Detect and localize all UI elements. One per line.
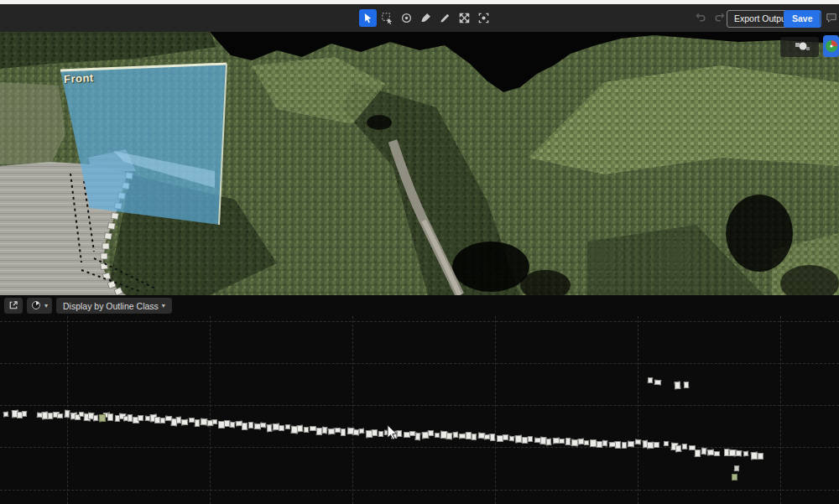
point-cloud-object[interactable] — [378, 431, 383, 437]
mouse-cursor — [387, 424, 398, 444]
redo-button[interactable] — [711, 11, 727, 26]
point-cloud-object[interactable] — [415, 433, 421, 440]
point-cloud-object[interactable] — [546, 439, 552, 445]
point-cloud-object[interactable] — [682, 444, 687, 449]
point-cloud-object[interactable] — [242, 423, 248, 430]
point-cloud-object[interactable] — [359, 429, 364, 434]
point-cloud-object[interactable] — [310, 426, 316, 431]
point-cloud-object[interactable] — [297, 425, 304, 432]
display-class-dropdown[interactable]: Display by Outline Class ▾ — [56, 298, 172, 314]
point-cloud-object[interactable] — [503, 434, 508, 440]
point-cloud-object[interactable] — [285, 424, 290, 429]
point-cloud-object[interactable] — [328, 429, 335, 435]
focus-tool-button[interactable] — [475, 9, 492, 27]
navigation-cube-icon[interactable] — [780, 37, 819, 57]
ring-select-tool-button[interactable] — [398, 9, 415, 27]
point-cloud-object[interactable] — [138, 415, 143, 421]
point-cloud-object[interactable] — [65, 410, 70, 418]
point-cloud-object[interactable] — [590, 439, 597, 447]
undo-button[interactable] — [693, 11, 708, 26]
point-cloud-object[interactable] — [446, 433, 453, 439]
top-toolbar: Export Output Save — [0, 4, 839, 33]
select-tool-button[interactable] — [359, 9, 377, 27]
point-cloud-object[interactable] — [628, 441, 634, 447]
save-button[interactable]: Save — [784, 10, 821, 28]
point-cloud-object[interactable] — [675, 445, 682, 452]
point-cloud-object[interactable] — [734, 465, 739, 471]
point-cloud-object[interactable] — [267, 424, 273, 432]
pencil-tool-button[interactable] — [436, 9, 454, 27]
axis-ball-icon[interactable] — [823, 35, 839, 57]
point-cloud-object[interactable] — [622, 442, 627, 449]
point-cloud-object[interactable] — [472, 434, 477, 440]
chevron-down-icon: ▾ — [162, 302, 165, 309]
point-cloud-object[interactable] — [654, 442, 659, 448]
point-cloud-object[interactable] — [490, 434, 495, 441]
point-cloud-scene — [0, 32, 839, 295]
point-cloud-object[interactable] — [435, 433, 440, 438]
point-cloud-object[interactable] — [372, 429, 378, 436]
point-cloud-object[interactable] — [107, 413, 113, 421]
point-cloud-object[interactable] — [615, 441, 621, 449]
point-cloud-object[interactable] — [751, 452, 758, 460]
point-cloud-object[interactable] — [195, 419, 200, 427]
point-cloud-object[interactable] — [279, 425, 284, 431]
grid-line-horizontal — [0, 405, 839, 406]
point-cloud-object[interactable] — [584, 440, 589, 445]
transform-tool-button[interactable] — [456, 9, 473, 27]
point-cloud-object[interactable] — [260, 423, 266, 428]
point-cloud-object[interactable] — [248, 422, 253, 429]
point-cloud-object[interactable] — [675, 382, 681, 389]
point-cloud-object[interactable] — [664, 441, 669, 446]
point-cloud-object[interactable] — [635, 439, 641, 444]
point-cloud-object[interactable] — [743, 451, 748, 456]
point-cloud-object[interactable] — [22, 411, 27, 417]
point-cloud-object[interactable] — [304, 427, 309, 433]
redo-icon — [713, 11, 726, 27]
display-dropdown-label: Display by Outline Class — [63, 301, 159, 311]
point-cloud-object[interactable] — [99, 414, 106, 422]
point-cloud-object[interactable] — [695, 449, 701, 457]
point-cloud-object[interactable] — [212, 419, 217, 424]
viewport-3d[interactable]: Front — [0, 32, 839, 295]
point-cloud-object[interactable] — [701, 448, 707, 455]
point-cloud-object[interactable] — [322, 427, 328, 434]
point-cloud-object[interactable] — [509, 436, 514, 441]
grid-line-vertical — [495, 316, 496, 504]
point-cloud-object[interactable] — [732, 474, 737, 481]
grid-line-vertical — [210, 316, 211, 504]
point-cloud-object[interactable] — [758, 453, 763, 460]
comment-icon[interactable] — [826, 12, 837, 27]
point-cloud-object[interactable] — [528, 436, 533, 442]
point-cloud-object[interactable] — [565, 438, 571, 445]
point-cloud-object[interactable] — [3, 412, 8, 417]
point-cloud-object[interactable] — [453, 432, 458, 438]
point-cloud-object[interactable] — [736, 450, 742, 456]
brush-tool-button[interactable] — [417, 9, 435, 27]
grid-line-vertical — [780, 316, 781, 504]
point-cloud-object[interactable] — [602, 440, 607, 446]
point-cloud-object[interactable] — [341, 429, 346, 436]
point-cloud-object[interactable] — [230, 422, 235, 428]
point-cloud-object[interactable] — [559, 439, 565, 444]
point-cloud-object[interactable] — [648, 377, 653, 383]
open-external-icon — [8, 299, 18, 314]
point-cloud-object[interactable] — [684, 382, 689, 388]
point-cloud-object[interactable] — [647, 442, 654, 449]
ring-select-icon — [400, 12, 413, 24]
point-cloud-object[interactable] — [714, 451, 720, 456]
point-cloud-object[interactable] — [189, 418, 195, 423]
point-cloud-object[interactable] — [428, 430, 434, 436]
grid-line-horizontal — [0, 447, 839, 448]
appearance-button[interactable]: ▾ — [27, 298, 52, 314]
point-cloud-object[interactable] — [181, 419, 188, 425]
grid-line-vertical — [638, 316, 638, 504]
point-cloud-object[interactable] — [459, 434, 466, 439]
toolbar-divider — [820, 13, 821, 25]
point-cloud-object[interactable] — [654, 380, 661, 386]
open-external-button[interactable] — [4, 298, 23, 314]
point-cloud-object[interactable] — [57, 413, 63, 418]
marquee-select-tool-button[interactable] — [378, 9, 396, 27]
point-cloud-object[interactable] — [93, 415, 98, 421]
cursor-select-icon — [362, 12, 374, 24]
